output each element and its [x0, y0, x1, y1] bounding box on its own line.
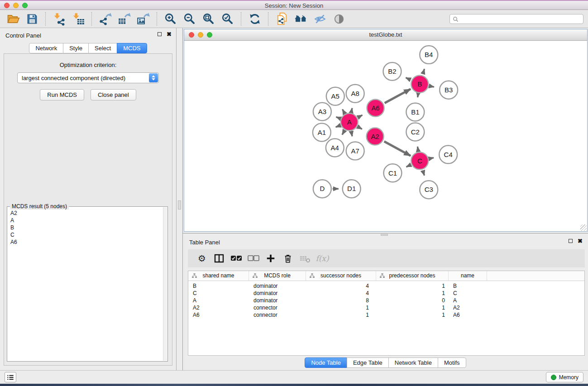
mcds-result-item[interactable]: A [10, 217, 160, 224]
node-D[interactable]: D [313, 180, 331, 198]
open-file-button[interactable] [4, 11, 23, 27]
tab-network[interactable]: Network [29, 43, 63, 53]
table-settings-button[interactable]: ⚙ [193, 250, 210, 267]
tab-node-table[interactable]: Node Table [305, 357, 347, 368]
node-B[interactable]: B [411, 76, 428, 93]
divider-handle[interactable] [178, 200, 181, 210]
search-input[interactable] [460, 15, 580, 23]
import-network-button[interactable] [50, 11, 69, 27]
toolbar-separator [241, 12, 242, 26]
close-panel-icon[interactable]: ✖ [167, 32, 172, 37]
add-column-button[interactable] [262, 250, 279, 267]
tab-edge-table[interactable]: Edge Table [347, 357, 389, 368]
gear-icon: ⚙ [198, 254, 206, 263]
edge-B-B3 [430, 86, 434, 87]
table-row[interactable]: A6connector11A6 [188, 311, 584, 319]
svg-text:A4: A4 [331, 144, 339, 152]
save-session-button[interactable] [23, 11, 42, 27]
float-panel-icon[interactable] [569, 239, 573, 243]
node-A5[interactable]: A5 [326, 87, 344, 105]
float-panel-icon[interactable] [158, 32, 162, 36]
zoom-in-button[interactable] [161, 11, 180, 27]
select-all-button[interactable] [228, 250, 245, 267]
shared-column-icon [380, 273, 385, 278]
memory-button[interactable]: Memory [546, 372, 583, 382]
resize-grip[interactable] [580, 224, 587, 231]
deselect-all-button[interactable] [245, 250, 262, 267]
column-visibility-button[interactable] [210, 250, 228, 267]
mcds-result-item[interactable]: C [10, 231, 160, 238]
tab-motifs[interactable]: Motifs [438, 357, 466, 368]
import-table-button[interactable] [69, 11, 88, 27]
table-row[interactable]: A2connector11A2 [188, 304, 584, 311]
node-C[interactable]: C [411, 152, 428, 169]
mcds-result-item[interactable]: A6 [10, 238, 160, 246]
close-panel-icon[interactable]: ✖ [578, 238, 583, 243]
node-B4[interactable]: B4 [420, 46, 438, 64]
node-C3[interactable]: C3 [420, 181, 438, 199]
mcds-result-item[interactable]: A2 [10, 210, 160, 217]
plus-icon [266, 253, 276, 263]
run-mcds-button[interactable]: Run MCDS [40, 89, 84, 100]
table-row[interactable]: Bdominator41B [188, 282, 584, 290]
import-network-icon [53, 12, 66, 26]
criterion-select[interactable]: largest connected component (directed) [17, 72, 159, 83]
tab-mcds[interactable]: MCDS [117, 43, 147, 53]
node-A8[interactable]: A8 [346, 85, 364, 103]
open-folder-icon [6, 12, 20, 26]
network-canvas[interactable]: AA1A2A3A4A5A6A7A8BB1B2B3B4CC1C2C3C4DD1 [184, 40, 587, 231]
node-B2[interactable]: B2 [383, 62, 402, 81]
hide-selected-button[interactable] [311, 11, 330, 27]
mcds-result-item[interactable]: B [10, 224, 160, 231]
node-A7[interactable]: A7 [346, 142, 364, 160]
node-B1[interactable]: B1 [406, 103, 424, 121]
task-history-button[interactable] [5, 372, 16, 382]
column-header-predecessor-nodes[interactable]: predecessor nodes [376, 271, 449, 281]
table-row[interactable]: Adominator80A [188, 297, 584, 304]
export-table-button[interactable] [115, 11, 134, 27]
table-body: Bdominator41BCdominator41CAdominator80AA… [188, 281, 584, 319]
node-A4[interactable]: A4 [326, 138, 344, 157]
minimize-frame-icon[interactable] [198, 32, 203, 38]
column-header-mcds-role[interactable]: MCDS role [249, 271, 306, 281]
node-A1[interactable]: A1 [313, 124, 331, 142]
tab-style[interactable]: Style [63, 43, 89, 53]
result-scrollbar[interactable] [163, 207, 167, 361]
show-all-button[interactable] [330, 11, 349, 27]
node-C1[interactable]: C1 [384, 164, 402, 182]
export-image-button[interactable] [134, 11, 153, 27]
duplicate-network-button[interactable] [272, 11, 292, 27]
zoom-out-button[interactable] [180, 11, 199, 27]
vertical-split-divider[interactable] [177, 28, 183, 370]
delete-column-button[interactable] [279, 250, 296, 267]
close-panel-button[interactable]: Close panel [91, 89, 136, 100]
export-network-icon [99, 12, 112, 26]
edge-C-C4 [430, 158, 434, 159]
maximize-frame-icon[interactable] [207, 32, 212, 38]
tab-select[interactable]: Select [88, 43, 117, 53]
column-header-name[interactable]: name [449, 271, 487, 281]
zoom-selected-button[interactable] [218, 11, 237, 27]
node-A2[interactable]: A2 [367, 128, 384, 145]
refresh-view-button[interactable] [245, 11, 264, 27]
column-header-successor-nodes[interactable]: successor nodes [306, 271, 376, 281]
node-A6[interactable]: A6 [367, 100, 384, 117]
table-row[interactable]: Cdominator41C [188, 290, 584, 297]
node-A3[interactable]: A3 [313, 103, 331, 121]
node-C2[interactable]: C2 [406, 123, 424, 141]
column-header-shared-name[interactable]: shared name [188, 271, 249, 281]
network-frame-titlebar[interactable]: testGlobe.txt [184, 29, 587, 41]
node-C4[interactable]: C4 [439, 145, 457, 163]
zoom-fit-button[interactable] [199, 11, 218, 27]
edge-A-A6 [359, 115, 363, 117]
show-network-overview-button[interactable] [292, 11, 311, 27]
edge-A-A1 [336, 126, 340, 127]
export-network-button[interactable] [96, 11, 115, 27]
node-B3[interactable]: B3 [440, 81, 458, 99]
export-image-icon [137, 12, 150, 26]
tab-network-table[interactable]: Network Table [388, 357, 438, 368]
node-D1[interactable]: D1 [343, 180, 361, 198]
node-A[interactable]: A [341, 114, 358, 131]
close-frame-icon[interactable] [189, 32, 194, 38]
svg-text:B1: B1 [411, 108, 419, 116]
